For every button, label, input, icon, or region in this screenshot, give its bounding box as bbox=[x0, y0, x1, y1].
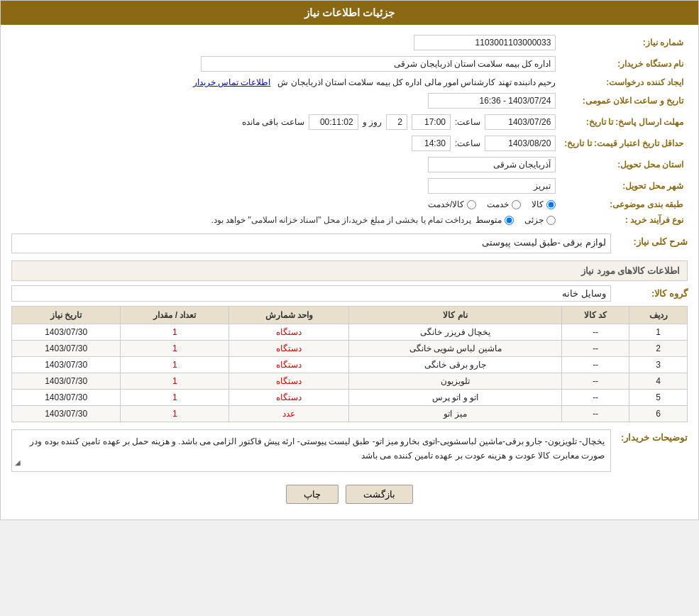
cell-name: میز اتو bbox=[349, 406, 562, 422]
mohlat-rooz-label: روز و bbox=[363, 117, 382, 127]
page-container: جزئیات اطلاعات نیاز شماره نیاز: 11030011… bbox=[0, 0, 699, 520]
mohlat-saat-label: ساعت: bbox=[455, 117, 480, 127]
shahr-row: شهر محل تحویل: تبریز bbox=[11, 175, 688, 197]
cell-name: ماشین لباس شویی خانگی bbox=[349, 341, 562, 357]
cell-name: تلویزیون bbox=[349, 373, 562, 390]
tabaghe-radio-kala-khedmat[interactable] bbox=[467, 200, 476, 209]
cell-qty: 1 bbox=[121, 373, 229, 390]
ostan-value-cell: آذربایجان شرقی bbox=[11, 154, 560, 175]
cell-date: 1403/07/30 bbox=[12, 357, 121, 373]
col-name: نام کالا bbox=[349, 307, 562, 324]
cell-kod: -- bbox=[562, 390, 629, 406]
tabaghe-option-kala[interactable]: کالا bbox=[532, 199, 556, 209]
button-row: بازگشت چاپ bbox=[11, 479, 688, 512]
cell-radif: 3 bbox=[629, 357, 688, 373]
group-value: وسایل خانه bbox=[11, 285, 611, 302]
ostan-row: استان محل تحویل: آذربایجان شرقی bbox=[11, 154, 688, 175]
cell-unit: دستگاه bbox=[229, 357, 349, 373]
cell-unit: عدد bbox=[229, 406, 349, 422]
cell-qty: 1 bbox=[121, 324, 229, 341]
mohlat-inline: 1403/07/26 ساعت: 17:00 2 روز و 00:11:02 … bbox=[16, 114, 556, 130]
ejad-link[interactable]: اطلاعات تماس خریدار bbox=[193, 77, 271, 87]
sharh-box: لوازم برقی -طبق لیست پیوستی bbox=[11, 233, 611, 253]
mohlat-label: مهلت ارسال پاسخ: تا تاریخ: bbox=[560, 111, 688, 133]
tabaghe-radio-khedmat[interactable] bbox=[512, 200, 521, 209]
ostan-label: استان محل تحویل: bbox=[560, 154, 688, 175]
nam-dastgah-row: نام دستگاه خریدار: اداره کل بیمه سلامت ا… bbox=[11, 53, 688, 75]
cell-name: جارو برقی خانگی bbox=[349, 357, 562, 373]
tarikh-row: تاریخ و ساعت اعلان عمومی: 1403/07/24 - 1… bbox=[11, 90, 688, 111]
cell-date: 1403/07/30 bbox=[12, 406, 121, 422]
tabaghe-row: طبقه بندی موضوعی: کالا خدمت bbox=[11, 197, 688, 212]
tabaghe-option-kala-khedmat[interactable]: کالا/خدمت bbox=[428, 199, 476, 209]
table-row: 2 -- ماشین لباس شویی خانگی دستگاه 1 1403… bbox=[12, 341, 688, 357]
cell-kod: -- bbox=[562, 341, 629, 357]
sharh-value: لوازم برقی -طبق لیست پیوستی bbox=[482, 237, 606, 248]
cell-unit: دستگاه bbox=[229, 341, 349, 357]
tabaghe-label: طبقه بندی موضوعی: bbox=[560, 197, 688, 212]
tabaghe-radio-group: کالا خدمت کالا/خدمت bbox=[16, 199, 556, 209]
table-row: 1 -- یخچال فریزر خانگی دستگاه 1 1403/07/… bbox=[12, 324, 688, 341]
desc-value: یخچال- تلویزیون- جارو برقی-ماشین لباسشوی… bbox=[30, 436, 605, 461]
noe-label-motawaset: متوسط bbox=[475, 215, 502, 225]
cell-kod: -- bbox=[562, 357, 629, 373]
main-content: شماره نیاز: 1103001103000033 نام دستگاه … bbox=[1, 25, 698, 519]
cell-unit: دستگاه bbox=[229, 373, 349, 390]
hadaqal-inline: 1403/08/20 ساعت: 14:30 bbox=[16, 136, 556, 151]
hadaqal-saat-label: ساعت: bbox=[455, 138, 480, 148]
desc-row: توضیحات خریدار: یخچال- تلویزیون- جارو بر… bbox=[11, 429, 688, 472]
cell-qty: 1 bbox=[121, 406, 229, 422]
nam-dastgah-value-cell: اداره کل بیمه سلامت استان اذربایجان شرقی bbox=[11, 53, 560, 75]
cell-unit: دستگاه bbox=[229, 390, 349, 406]
col-qty: تعداد / مقدار bbox=[121, 307, 229, 324]
noe-label-jozi: جزئی bbox=[524, 215, 544, 225]
mohlat-saat: 17:00 bbox=[412, 114, 451, 130]
shahr-value-cell: تبریز bbox=[11, 175, 560, 197]
col-date: تاریخ نیاز bbox=[12, 307, 121, 324]
noe-option-jozi[interactable]: جزئی bbox=[524, 215, 556, 225]
group-row: گروه کالا: وسایل خانه bbox=[11, 285, 688, 302]
ejad-value-cell: رحیم دانبنده تهند کارشناس امور مالی ادار… bbox=[11, 75, 560, 90]
cell-radif: 6 bbox=[629, 406, 688, 422]
cell-radif: 2 bbox=[629, 341, 688, 357]
goods-table-head: ردیف کد کالا نام کالا واحد شمارش تعداد /… bbox=[12, 307, 688, 324]
print-button[interactable]: چاپ bbox=[286, 485, 339, 504]
noe-radio-jozi[interactable] bbox=[546, 216, 556, 225]
goods-table: ردیف کد کالا نام کالا واحد شمارش تعداد /… bbox=[11, 306, 688, 422]
mohlat-baghimande: 00:11:02 bbox=[309, 114, 358, 130]
hadaqal-date: 1403/08/20 bbox=[485, 136, 556, 151]
table-row: 4 -- تلویزیون دستگاه 1 1403/07/30 bbox=[12, 373, 688, 390]
noe-radio-motawaset[interactable] bbox=[505, 216, 514, 225]
shenare-niaz-label: شماره نیاز: bbox=[560, 32, 688, 53]
shahr-label: شهر محل تحویل: bbox=[560, 175, 688, 197]
cell-qty: 1 bbox=[121, 341, 229, 357]
tarikh-value-cell: 1403/07/24 - 16:36 bbox=[11, 90, 560, 111]
sharh-label: شرح کلی نیاز: bbox=[617, 233, 688, 247]
cell-qty: 1 bbox=[121, 357, 229, 373]
goods-section-header: اطلاعات کالاهای مورد نیاز bbox=[11, 260, 688, 281]
cell-radif: 1 bbox=[629, 324, 688, 341]
hadaqal-value-cell: 1403/08/20 ساعت: 14:30 bbox=[11, 133, 560, 154]
page-title: جزئیات اطلاعات نیاز bbox=[304, 6, 395, 18]
hadaqal-row: حداقل تاریخ اعتبار قیمت: تا تاریخ: 1403/… bbox=[11, 133, 688, 154]
sharh-row: شرح کلی نیاز: لوازم برقی -طبق لیست پیوست… bbox=[11, 233, 688, 253]
tarikh-value: 1403/07/24 - 16:36 bbox=[428, 93, 556, 109]
shahr-value: تبریز bbox=[428, 178, 556, 194]
group-label: گروه کالا: bbox=[617, 288, 688, 299]
noe-option-motawaset[interactable]: متوسط bbox=[475, 215, 514, 225]
noe-farayand-row: نوع فرآیند خرید : جزئی متوسط bbox=[11, 212, 688, 228]
resize-icon: ◢ bbox=[15, 456, 21, 468]
desc-box: یخچال- تلویزیون- جارو برقی-ماشین لباسشوی… bbox=[11, 429, 611, 472]
tabaghe-option-khedmat[interactable]: خدمت bbox=[487, 199, 521, 209]
tabaghe-radio-kala[interactable] bbox=[546, 200, 556, 209]
table-row: 5 -- اتو و اتو پرس دستگاه 1 1403/07/30 bbox=[12, 390, 688, 406]
ostan-value: آذربایجان شرقی bbox=[428, 157, 556, 172]
back-button[interactable]: بازگشت bbox=[346, 485, 413, 504]
ejad-row: ایجاد کننده درخواست: رحیم دانبنده تهند ک… bbox=[11, 75, 688, 90]
cell-kod: -- bbox=[562, 373, 629, 390]
tabaghe-label-khedmat: خدمت bbox=[487, 199, 509, 209]
noe-farayand-inline: جزئی متوسط پرداخت تمام یا بخشی از مبلغ خ… bbox=[16, 215, 556, 225]
shenare-niaz-row: شماره نیاز: 1103001103000033 bbox=[11, 32, 688, 53]
mohlat-row: مهلت ارسال پاسخ: تا تاریخ: 1403/07/26 سا… bbox=[11, 111, 688, 133]
tabaghe-label-kala: کالا bbox=[532, 199, 544, 209]
